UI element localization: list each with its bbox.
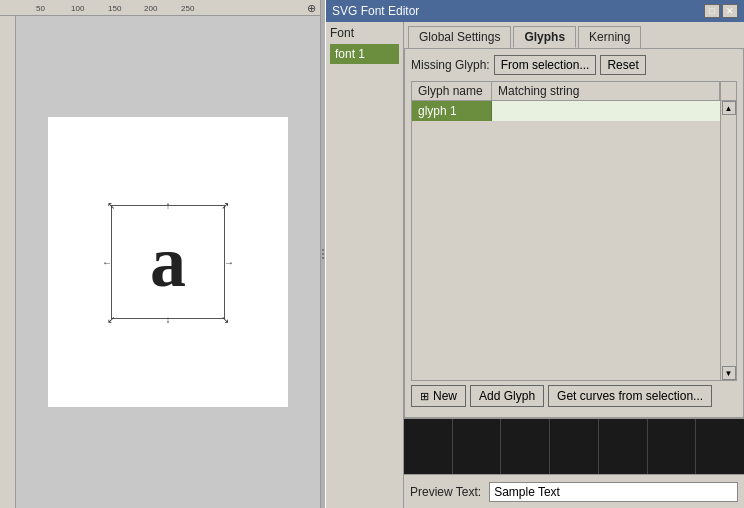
tab-global-settings[interactable]: Global Settings [408,26,511,48]
preview-swatch-4 [550,419,599,474]
ruler-mark: 100 [71,4,84,13]
handle-br[interactable]: ↘ [221,315,229,323]
add-glyph-button[interactable]: Add Glyph [470,385,544,407]
preview-swatch-5 [599,419,648,474]
canvas-area: 50 100 150 200 250 ⊕ ↖ ↑ ↗ ← → ↙ ↓ ↘ a [0,0,320,508]
ruler-mark: 200 [144,4,157,13]
bottom-action-buttons: ⊞ New Add Glyph Get curves from selectio… [411,381,737,411]
scroll-up-button[interactable]: ▲ [722,101,736,115]
font-sidebar: Font font 1 [326,22,404,508]
preview-text-row: Preview Text: [404,474,744,508]
ruler-marks: 50 100 150 200 250 ⊕ [16,0,320,16]
reset-button[interactable]: Reset [600,55,645,75]
splitter-handle [322,249,324,259]
tab-glyphs[interactable]: Glyphs [513,26,576,48]
handle-ml[interactable]: ← [103,258,111,266]
preview-area: Preview Text: [404,418,744,508]
titlebar-buttons: □ ✕ [704,4,738,18]
preview-text-input[interactable] [489,482,738,502]
ruler-mark: 50 [36,4,45,13]
glyphs-tab-content: Missing Glyph: From selection... Reset G… [404,48,744,418]
table-scrollbar: ▲ ▼ [720,101,736,380]
ruler-mark: 250 [181,4,194,13]
tab-kerning[interactable]: Kerning [578,26,641,48]
splitter-dot [322,257,324,259]
ruler-mark: 150 [108,4,121,13]
editor-main: Global Settings Glyphs Kerning Missing G… [404,22,744,508]
editor-titlebar: SVG Font Editor □ ✕ [326,0,744,22]
table-header: Glyph name Matching string [412,82,736,101]
preview-swatches [404,419,744,474]
scrollbar-header-space [720,82,736,100]
tabs-bar: Global Settings Glyphs Kerning [404,22,744,48]
table-row: glyph 1 [412,101,720,121]
from-selection-button[interactable]: From selection... [494,55,597,75]
left-ruler [0,16,16,508]
handle-bm[interactable]: ↓ [164,315,172,323]
handle-tm[interactable]: ↑ [164,201,172,209]
column-header-matching-string: Matching string [492,82,720,100]
handle-bl[interactable]: ↙ [107,315,115,323]
column-header-glyph-name: Glyph name [412,82,492,100]
missing-glyph-label: Missing Glyph: [411,58,490,72]
splitter-dot [322,249,324,251]
splitter-dot [322,253,324,255]
editor-body: Font font 1 Global Settings Glyphs Kerni… [326,22,744,508]
preview-swatch-6 [648,419,697,474]
preview-swatch-2 [453,419,502,474]
editor-title: SVG Font Editor [332,4,419,18]
table-content: glyph 1 [412,101,720,380]
close-button[interactable]: ✕ [722,4,738,18]
top-ruler: 50 100 150 200 250 ⊕ [0,0,320,16]
font-sidebar-label: Font [330,26,399,40]
handle-mr[interactable]: → [225,258,233,266]
table-scroll-area: glyph 1 ▲ ▼ [412,101,736,380]
handle-tr[interactable]: ↗ [221,201,229,209]
svg-font-editor: SVG Font Editor □ ✕ Font font 1 Global S… [326,0,744,508]
scroll-down-button[interactable]: ▼ [722,366,736,380]
maximize-button[interactable]: □ [704,4,720,18]
get-curves-button[interactable]: Get curves from selection... [548,385,712,407]
canvas-content: ↖ ↑ ↗ ← → ↙ ↓ ↘ a [16,16,320,508]
preview-text-label: Preview Text: [410,485,481,499]
new-button-label: New [433,389,457,403]
preview-swatch-7 [696,419,744,474]
handle-tl[interactable]: ↖ [107,201,115,209]
drawing-page: ↖ ↑ ↗ ← → ↙ ↓ ↘ a [48,117,288,407]
selection-border [111,205,225,319]
missing-glyph-row: Missing Glyph: From selection... Reset [411,55,737,75]
new-icon: ⊞ [420,390,429,403]
preview-swatch-1 [404,419,453,474]
glyph-name-cell: glyph 1 [412,101,492,121]
ruler-cursor-icon: ⊕ [307,2,316,15]
glyphs-table: Glyph name Matching string glyph 1 [411,81,737,381]
matching-string-input[interactable] [492,101,720,121]
font-item-1[interactable]: font 1 [330,44,399,64]
glyph-display: ↖ ↑ ↗ ← → ↙ ↓ ↘ a [123,217,213,307]
new-button[interactable]: ⊞ New [411,385,466,407]
matching-string-cell[interactable] [492,101,720,121]
preview-swatch-3 [501,419,550,474]
